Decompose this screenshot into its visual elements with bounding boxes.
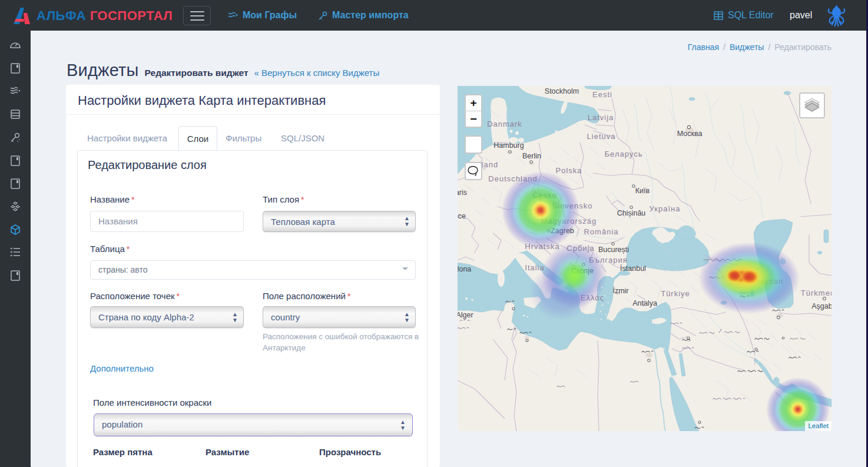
svg-text:aris: aris [458,188,467,197]
svg-text:România: România [584,227,618,236]
svg-text:Hamburg: Hamburg [493,141,524,150]
svg-text:București: București [598,246,629,254]
svg-text:land: land [482,160,499,169]
svg-text:Polska: Polska [555,166,582,175]
svg-text:elona: elona [458,265,471,273]
svg-text:Lietuva: Lietuva [587,132,616,141]
svg-text:Київ: Київ [635,187,650,195]
svg-text:Antalya: Antalya [632,299,657,307]
svg-text:Alger: Alger [458,311,473,319]
svg-text:nce: nce [458,212,466,220]
svg-text:Latvija: Latvija [588,113,614,122]
svg-text:Berlin: Berlin [522,152,541,160]
svg-text:Беларусь: Беларусь [605,150,643,158]
svg-text:İzmir: İzmir [612,287,628,295]
svg-text:Україна: Україна [650,204,681,213]
svg-text:Москва: Москва [677,130,703,138]
svg-text:Chișinău: Chișinău [617,209,646,217]
svg-text:Danmark: Danmark [487,120,522,128]
svg-text:Aşgab: Aşgab [811,302,831,310]
svg-text:Stockholm: Stockholm [545,87,579,95]
svg-text:Türkiye: Türkiye [661,289,690,298]
svg-text:Eesti: Eesti [592,90,612,99]
svg-text:Türkmen: Türkmen [801,289,831,297]
svg-text:İstanbul: İstanbul [620,264,646,273]
